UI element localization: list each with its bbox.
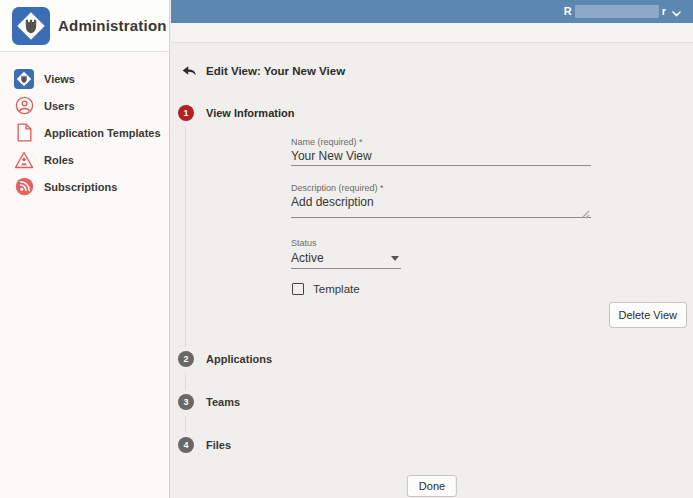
done-button[interactable]: Done <box>407 475 457 497</box>
user-name-start: R <box>564 5 572 18</box>
sidebar-item-users[interactable]: Users <box>0 92 169 119</box>
user-name-end: r <box>662 5 666 18</box>
step-number-badge: 3 <box>178 394 194 410</box>
status-select[interactable]: Active <box>291 249 401 269</box>
template-checkbox-row[interactable]: Template <box>292 283 360 295</box>
sidebar: Administration Views <box>0 0 170 498</box>
template-checkbox[interactable] <box>292 283 304 295</box>
views-icon <box>14 69 34 89</box>
sidebar-item-label: Users <box>44 100 75 112</box>
step-connector <box>185 416 186 433</box>
application-templates-icon <box>14 123 34 143</box>
step-connector <box>185 373 186 390</box>
user-menu-button[interactable]: R r <box>564 3 681 21</box>
status-field: Status Active <box>291 238 401 269</box>
roles-icon <box>14 150 34 170</box>
resize-grip-icon[interactable] <box>581 205 590 214</box>
sidebar-item-application-templates[interactable]: Application Templates <box>0 119 169 146</box>
delete-view-button[interactable]: Delete View <box>609 302 688 328</box>
topbar: R r <box>171 0 693 23</box>
description-input[interactable]: Add description <box>291 194 591 218</box>
sidebar-item-label: Application Templates <box>44 127 161 139</box>
step-teams[interactable]: 3 Teams <box>178 394 240 410</box>
sidebar-item-label: Roles <box>44 154 74 166</box>
step-view-information[interactable]: 1 View Information <box>178 105 294 121</box>
step-label: View Information <box>206 107 294 119</box>
description-label: Description (required) * <box>291 183 591 194</box>
sidebar-item-label: Views <box>44 73 75 85</box>
view-header: Edit View: Your New View <box>182 63 345 78</box>
toolbar-band <box>171 23 693 43</box>
app-logo-icon <box>12 7 50 45</box>
step-number-badge: 1 <box>178 105 194 121</box>
sidebar-item-views[interactable]: Views <box>0 65 169 92</box>
name-field: Name (required) * <box>291 137 591 166</box>
step-label: Teams <box>206 396 240 408</box>
status-value: Active <box>291 251 324 265</box>
step-applications[interactable]: 2 Applications <box>178 351 272 367</box>
description-field: Description (required) * Add description <box>291 183 591 218</box>
step-connector <box>185 127 186 347</box>
step-label: Applications <box>206 353 272 365</box>
step-number-badge: 4 <box>178 437 194 453</box>
sidebar-item-roles[interactable]: Roles <box>0 146 169 173</box>
sidebar-nav: Views Users <box>0 52 169 200</box>
chevron-down-icon <box>672 3 681 21</box>
sidebar-item-subscriptions[interactable]: Subscriptions <box>0 173 169 200</box>
administration-page: R r Administration <box>0 0 693 498</box>
subscriptions-icon <box>14 177 34 197</box>
step-files[interactable]: 4 Files <box>178 437 231 453</box>
sidebar-item-label: Subscriptions <box>44 181 117 193</box>
step-number-badge: 2 <box>178 351 194 367</box>
page-title: Edit View: Your New View <box>206 65 345 77</box>
status-label: Status <box>291 238 401 249</box>
name-input[interactable] <box>291 148 591 166</box>
app-title: Administration <box>58 17 167 34</box>
back-arrow-icon[interactable] <box>182 63 197 78</box>
dropdown-caret-icon <box>391 256 399 261</box>
redacted-user-name <box>575 5 659 18</box>
step-label: Files <box>206 439 231 451</box>
name-label: Name (required) * <box>291 137 591 148</box>
sidebar-header: Administration <box>0 0 169 52</box>
users-icon <box>14 96 34 116</box>
main-content: Edit View: Your New View 1 View Informat… <box>171 44 693 498</box>
template-checkbox-label: Template <box>313 283 360 295</box>
